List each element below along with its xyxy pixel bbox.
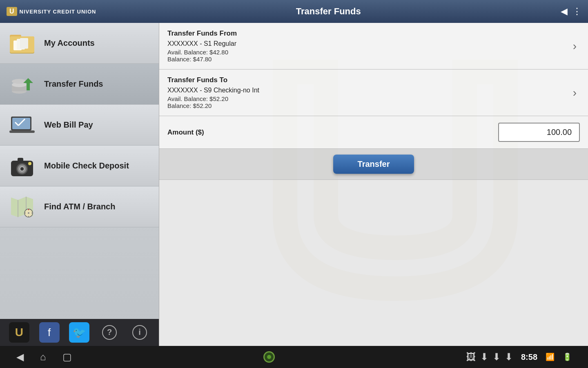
transfer-from-avail-balance: Avail. Balance: $42.80: [167, 49, 237, 56]
nav-center: [263, 351, 275, 363]
sidebar-bottom-bar: U f 🐦 ? i: [0, 319, 159, 346]
nav-recents-icon[interactable]: ▢: [62, 351, 72, 363]
transfer-to-row[interactable]: Transfer Funds To XXXXXXX - S9 Checking-…: [159, 70, 588, 116]
transfer-from-chevron[interactable]: ›: [570, 36, 580, 56]
svg-rect-5: [20, 38, 28, 49]
android-navbar: ◀ ⌂ ▢ 🖼 ⬇ ⬇ ⬇ 8:58 📶 🔋: [0, 346, 588, 368]
right-panel: Transfer Funds From XXXXXXX - S1 Regular…: [159, 23, 588, 346]
web-bill-pay-label: Web Bill Pay: [44, 120, 93, 130]
sidebar-item-find-atm-branch[interactable]: Find ATM / Branch: [0, 186, 159, 227]
back-icon[interactable]: ◀: [561, 6, 568, 17]
web-bill-pay-icon: [7, 110, 37, 140]
system-time: 8:58: [521, 352, 537, 362]
header-icons: ◀ ⋮: [561, 6, 581, 17]
svg-point-26: [28, 212, 29, 214]
transfer-to-chevron[interactable]: ›: [570, 83, 580, 103]
nav-left-icons: ◀ ⌂ ▢: [16, 351, 72, 363]
download-icon-2: ⬇: [492, 351, 501, 363]
svg-text:i: i: [138, 328, 141, 337]
facebook-bottom-icon[interactable]: f: [39, 322, 60, 343]
transfer-to-title: Transfer Funds To: [167, 76, 259, 84]
amount-label: Amount ($): [167, 128, 204, 137]
mobile-check-deposit-label: Mobile Check Deposit: [44, 161, 129, 171]
transfer-from-row[interactable]: Transfer Funds From XXXXXXX - S1 Regular…: [159, 23, 588, 70]
transfer-button[interactable]: Transfer: [333, 155, 414, 174]
app-header: U NIVERSITY CREDIT UNION Transfer Funds …: [0, 0, 588, 23]
sidebar-item-mobile-check-deposit[interactable]: Mobile Check Deposit: [0, 146, 159, 186]
nav-back-icon[interactable]: ◀: [16, 351, 24, 363]
logo-text: NIVERSITY CREDIT UNION: [20, 9, 96, 15]
svg-point-21: [28, 162, 31, 165]
transfer-to-info: Transfer Funds To XXXXXXX - S9 Checking-…: [167, 76, 259, 109]
status-icons: 🖼 ⬇ ⬇ ⬇: [466, 351, 513, 363]
download-icon-3: ⬇: [505, 351, 513, 363]
app-logo: U NIVERSITY CREDIT UNION: [7, 7, 96, 16]
sidebar-item-transfer-funds[interactable]: Transfer Funds: [0, 64, 159, 105]
help-bottom-icon[interactable]: ?: [99, 322, 120, 343]
download-icon-1: ⬇: [480, 351, 488, 363]
wifi-icon: 📶: [546, 352, 555, 361]
transfer-from-account: XXXXXXX - S1 Regular: [167, 40, 237, 47]
sidebar-item-my-accounts[interactable]: My Accounts: [0, 23, 159, 64]
sidebar: My Accounts Transfer Funds: [0, 23, 159, 346]
amount-row: Amount ($): [159, 116, 588, 149]
transfer-from-balance: Balance: $47.80: [167, 56, 237, 63]
find-atm-branch-label: Find ATM / Branch: [44, 202, 115, 211]
amount-input[interactable]: [498, 123, 580, 142]
main-content: My Accounts Transfer Funds: [0, 23, 588, 346]
page-title: Transfer Funds: [96, 6, 561, 17]
mobile-check-deposit-icon: [7, 151, 37, 181]
transfer-funds-icon: [7, 70, 37, 99]
find-atm-branch-icon: [7, 192, 37, 222]
transfer-to-balance: Balance: $52.20: [167, 102, 259, 109]
sidebar-item-web-bill-pay[interactable]: Web Bill Pay: [0, 105, 159, 146]
twitter-bottom-icon[interactable]: 🐦: [69, 322, 89, 343]
transfer-from-info: Transfer Funds From XXXXXXX - S1 Regular…: [167, 29, 237, 63]
transfer-button-row: Transfer: [159, 149, 588, 180]
svg-point-19: [20, 167, 24, 171]
logo-u-letter: U: [7, 7, 17, 16]
svg-point-9: [12, 79, 27, 84]
my-accounts-label: My Accounts: [44, 38, 95, 48]
transfer-from-title: Transfer Funds From: [167, 29, 237, 38]
app-container: U NIVERSITY CREDIT UNION Transfer Funds …: [0, 0, 588, 368]
u-bottom-icon[interactable]: U: [9, 322, 29, 343]
info-bottom-icon[interactable]: i: [129, 322, 150, 343]
home-dot: [267, 355, 271, 359]
nav-right-icons: 🖼 ⬇ ⬇ ⬇ 8:58 📶 🔋: [466, 351, 572, 363]
my-accounts-icon: [7, 29, 37, 58]
home-circle[interactable]: [263, 351, 275, 363]
content-area: Transfer Funds From XXXXXXX - S1 Regular…: [159, 23, 588, 180]
transfer-funds-label: Transfer Funds: [44, 79, 103, 89]
battery-icon: 🔋: [563, 352, 572, 361]
nav-home-icon[interactable]: ⌂: [40, 351, 46, 363]
menu-icon[interactable]: ⋮: [572, 6, 581, 17]
svg-text:?: ?: [107, 328, 112, 337]
svg-rect-20: [18, 158, 23, 162]
screenshot-icon: 🖼: [466, 351, 476, 363]
transfer-to-account: XXXXXXX - S9 Checking-no Int: [167, 87, 259, 94]
transfer-to-avail-balance: Avail. Balance: $52.20: [167, 95, 259, 102]
svg-rect-12: [9, 130, 35, 133]
